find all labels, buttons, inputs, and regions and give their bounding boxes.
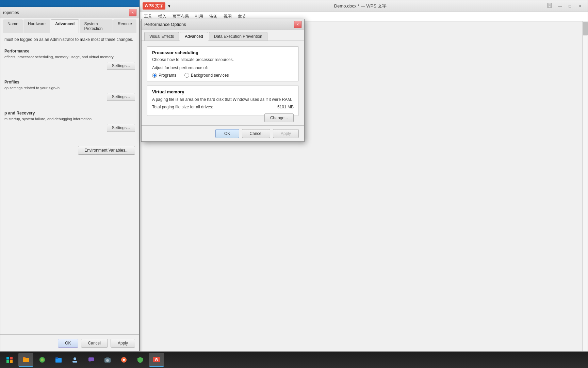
svg-rect-4 — [10, 357, 13, 359]
taskbar-music-btn[interactable] — [116, 353, 131, 367]
wps-logo: WPS 文字 — [143, 2, 165, 10]
perf-radio-programs[interactable]: Programs — [152, 73, 176, 78]
wps-titlebar: WPS 文字 ▼ Demo.docx * — WPS 文字 — □ × — [140, 0, 588, 12]
taskbar-security-btn[interactable] — [133, 353, 148, 367]
wps-save-icon[interactable] — [547, 3, 552, 9]
perf-radio-background-indicator — [184, 73, 189, 78]
svg-rect-3 — [6, 357, 9, 359]
perf-vm-size-row: Total paging file size for all drives: 5… — [152, 105, 294, 109]
perf-close-btn[interactable]: × — [294, 21, 301, 28]
perf-change-btn[interactable]: Change... — [264, 113, 294, 122]
taskbar-chat-btn[interactable] — [84, 353, 99, 367]
sysprops-admin-text: must be logged on as an Administrator to… — [4, 37, 133, 42]
divider — [4, 139, 135, 139]
sysprops-cancel-btn[interactable]: Cancel — [81, 339, 108, 348]
perf-vm-desc: A paging file is an area on the hard dis… — [152, 96, 294, 103]
sysprops-profiles-settings-btn[interactable]: Settings... — [107, 93, 135, 101]
sysprops-env-vars-row: Environment Variables... — [4, 143, 135, 155]
perf-processor-section: Processor scheduling Choose how to alloc… — [147, 46, 299, 81]
taskbar-wps-btn[interactable]: W — [149, 353, 164, 367]
desktop: WPS 文字 ▼ Demo.docx * — WPS 文字 — □ × 工具 插… — [0, 0, 588, 368]
perf-title: Performance Options — [144, 22, 294, 27]
perf-vm-title: Virtual memory — [152, 89, 294, 94]
sysprops-tab-name[interactable]: Name — [3, 19, 23, 33]
sysprops-title: roperties — [3, 10, 129, 15]
sysprops-profiles-desc: op settings related to your sign-in — [4, 86, 135, 90]
svg-marker-16 — [89, 361, 91, 363]
perf-content: Processor scheduling Choose how to alloc… — [142, 41, 304, 125]
taskbar: W — [0, 352, 588, 368]
sysprops-perf-desc: effects, processor scheduling, memory us… — [4, 55, 135, 59]
perf-vm-total-value: 5101 MB — [277, 105, 294, 109]
sysprops-admin-note: must be logged on as an Administrator to… — [4, 37, 135, 42]
perf-processor-title: Processor scheduling — [152, 50, 294, 55]
perf-dialog: Performance Options × Visual Effects Adv… — [141, 19, 305, 142]
svg-rect-14 — [72, 361, 77, 363]
perf-processor-desc: Choose how to allocate processor resourc… — [152, 57, 294, 62]
perf-cancel-btn[interactable]: Cancel — [242, 129, 270, 138]
svg-rect-6 — [10, 360, 13, 363]
sysprops-apply-btn[interactable]: Apply — [111, 339, 135, 348]
wps-title: Demo.docx * — WPS 文字 — [174, 3, 547, 9]
sysprops-profiles-title: Profiles — [4, 80, 135, 85]
taskbar-file-explorer-btn[interactable] — [18, 353, 33, 367]
perf-radio-programs-indicator — [152, 73, 157, 78]
perf-tab-dep[interactable]: Data Execution Prevention — [209, 32, 267, 41]
sysprops-profiles-section: Profiles op settings related to your sig… — [4, 80, 135, 101]
svg-rect-5 — [6, 360, 9, 363]
sysprops-ok-btn[interactable]: OK — [58, 339, 78, 348]
sysprops-titlebar: roperties × — [0, 7, 139, 18]
perf-titlebar: Performance Options × — [142, 19, 304, 30]
svg-point-10 — [41, 358, 44, 361]
svg-rect-8 — [23, 357, 26, 358]
divider — [4, 108, 135, 108]
wps-maximize-btn[interactable]: □ — [565, 2, 575, 10]
svg-rect-19 — [106, 357, 109, 358]
sysprops-window: roperties × Name Hardware Advanced Syste… — [0, 7, 140, 352]
perf-radio-group: Programs Background services — [152, 73, 294, 78]
sysprops-perf-title: Performance — [4, 49, 135, 53]
sysprops-tab-hardware[interactable]: Hardware — [23, 19, 50, 33]
wps-close-btn[interactable]: × — [575, 2, 585, 10]
taskbar-start-btn[interactable] — [2, 353, 17, 367]
perf-vm-total-label: Total paging file size for all drives: — [152, 105, 277, 109]
sysprops-tab-advanced[interactable]: Advanced — [51, 19, 79, 33]
taskbar-people-btn[interactable] — [67, 353, 82, 367]
perf-radio-background[interactable]: Background services — [184, 73, 229, 78]
sysprops-startup-settings-btn[interactable]: Settings... — [107, 124, 135, 132]
svg-point-18 — [106, 359, 109, 362]
svg-point-21 — [123, 359, 125, 361]
wps-dropdown-icon[interactable]: ▼ — [167, 4, 171, 8]
perf-tab-visual-effects[interactable]: Visual Effects — [144, 32, 179, 41]
svg-rect-1 — [548, 3, 551, 5]
taskbar-folder-btn[interactable] — [51, 353, 66, 367]
svg-rect-2 — [549, 6, 551, 7]
perf-apply-btn[interactable]: Apply — [273, 129, 299, 138]
perf-adjust-label: Adjust for best performance of: — [152, 65, 294, 70]
perf-radio-background-label: Background services — [191, 73, 229, 78]
sysprops-close-btn[interactable]: × — [129, 9, 136, 16]
perf-bottom: OK Cancel Apply — [142, 125, 304, 141]
sysprops-tab-remote[interactable]: Remote — [113, 19, 136, 33]
svg-rect-12 — [55, 357, 58, 359]
sysprops-perf-section: Performance effects, processor schedulin… — [4, 49, 135, 70]
taskbar-camera-btn[interactable] — [100, 353, 115, 367]
wps-window-controls: — □ × — [555, 2, 585, 10]
sysprops-tab-system-protection[interactable]: System Protection — [80, 19, 113, 33]
svg-rect-15 — [88, 357, 94, 361]
wps-minimize-btn[interactable]: — — [555, 2, 565, 10]
perf-tabs: Visual Effects Advanced Data Execution P… — [142, 30, 304, 41]
sysprops-env-vars-btn[interactable]: Environment Variables... — [78, 146, 135, 155]
svg-point-13 — [74, 357, 76, 360]
sysprops-perf-settings-btn[interactable]: Settings... — [107, 62, 135, 70]
perf-radio-programs-label: Programs — [159, 73, 176, 78]
sysprops-content: must be logged on as an Administrator to… — [0, 33, 139, 159]
taskbar-browser-btn[interactable] — [35, 353, 50, 367]
wps-scroll-thumb[interactable] — [583, 22, 588, 35]
sysprops-startup-title: p and Recovery — [4, 111, 135, 116]
sysprops-startup-desc: m startup, system failure, and debugging… — [4, 117, 135, 121]
perf-ok-btn[interactable]: OK — [215, 129, 239, 138]
sysprops-bottom: OK Cancel Apply — [0, 334, 139, 351]
perf-tab-advanced[interactable]: Advanced — [180, 32, 208, 41]
wps-scrollbar[interactable] — [582, 21, 588, 351]
